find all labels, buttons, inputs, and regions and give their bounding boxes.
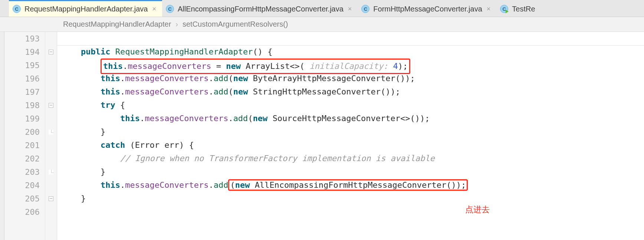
fold-toggle-icon[interactable] xyxy=(49,50,53,54)
line-number: 204 xyxy=(4,179,45,192)
line-number: 199 xyxy=(4,112,45,125)
code-editor[interactable]: 193 194 195 196 197 198 199 200 201 202 … xyxy=(0,32,644,240)
code-line[interactable]: } xyxy=(57,165,644,179)
tab-label: FormHttpMessageConverter.java xyxy=(373,5,482,13)
code-line[interactable]: this.messageConverters.add(new StringHtt… xyxy=(57,85,644,99)
breadcrumb-method[interactable]: setCustomArgumentResolvers() xyxy=(183,20,288,29)
line-number: 198 xyxy=(4,99,45,112)
editor-tab[interactable]: C FormHttpMessageConverter.java × xyxy=(358,0,496,17)
tab-label: AllEncompassingFormHttpMessageConverter.… xyxy=(178,5,344,13)
line-number-gutter: 193 194 195 196 197 198 199 200 201 202 … xyxy=(4,32,45,240)
editor-tab-bar: C RequestMappingHandlerAdapter.java × C … xyxy=(0,0,644,17)
code-line[interactable]: this.messageConverters.add(new ByteArray… xyxy=(57,72,644,85)
close-icon[interactable]: × xyxy=(347,5,353,13)
code-line[interactable]: } xyxy=(57,125,644,139)
code-line[interactable]: } xyxy=(57,192,644,205)
breadcrumb-class[interactable]: RequestMappingHandlerAdapter xyxy=(63,20,171,29)
fold-end-icon xyxy=(49,130,53,134)
java-class-icon: C xyxy=(166,5,174,13)
breadcrumb: RequestMappingHandlerAdapter › setCustom… xyxy=(0,17,644,32)
close-icon[interactable]: × xyxy=(486,5,492,13)
line-number: 201 xyxy=(4,139,45,152)
fold-toggle-icon[interactable] xyxy=(49,196,53,201)
fold-gutter xyxy=(45,32,57,240)
line-number: 202 xyxy=(4,152,45,165)
line-number: 197 xyxy=(4,85,45,99)
code-line[interactable]: // Ignore when no TransformerFactory imp… xyxy=(57,152,644,165)
java-class-icon: C xyxy=(361,5,369,13)
code-line[interactable]: this.messageConverters.add(new AllEncomp… xyxy=(57,179,644,192)
highlight-box: (new AllEncompassingFormHttpMessageConve… xyxy=(228,179,468,191)
code-line[interactable] xyxy=(57,205,644,219)
close-icon[interactable]: × xyxy=(151,5,157,13)
code-area[interactable]: public RequestMappingHandlerAdapter() { … xyxy=(57,32,644,240)
line-number: 195 xyxy=(4,59,45,72)
editor-tab[interactable]: C TestRe xyxy=(496,0,540,17)
java-runnable-class-icon: C xyxy=(500,5,508,13)
editor-tab-active[interactable]: C RequestMappingHandlerAdapter.java × xyxy=(9,0,162,17)
tab-label: RequestMappingHandlerAdapter.java xyxy=(24,5,148,13)
code-line[interactable]: this.messageConverters.add(new SourceHtt… xyxy=(57,112,644,125)
code-line[interactable]: this.messageConverters = new ArrayList<>… xyxy=(57,59,644,72)
annotation-label: 点进去 xyxy=(465,203,490,216)
java-class-icon: C xyxy=(13,5,21,13)
line-number: 196 xyxy=(4,72,45,85)
editor-tab[interactable]: C AllEncompassingFormHttpMessageConverte… xyxy=(162,0,358,17)
line-number: 203 xyxy=(4,165,45,179)
line-number: 206 xyxy=(4,205,45,219)
code-line[interactable]: catch (Error err) { xyxy=(57,139,644,152)
fold-toggle-icon[interactable] xyxy=(49,103,53,108)
breadcrumb-separator-icon: › xyxy=(175,20,178,29)
line-number: 205 xyxy=(4,192,45,205)
ide-root: C RequestMappingHandlerAdapter.java × C … xyxy=(0,0,644,240)
code-line[interactable] xyxy=(57,32,644,45)
code-line[interactable]: public RequestMappingHandlerAdapter() { xyxy=(57,45,644,59)
line-number: 194 xyxy=(4,45,45,59)
line-number: 200 xyxy=(4,125,45,139)
line-number: 193 xyxy=(4,32,45,45)
code-line[interactable]: try { xyxy=(57,99,644,112)
tab-label: TestRe xyxy=(512,5,535,13)
left-strip xyxy=(0,32,4,240)
fold-end-icon xyxy=(49,170,53,174)
